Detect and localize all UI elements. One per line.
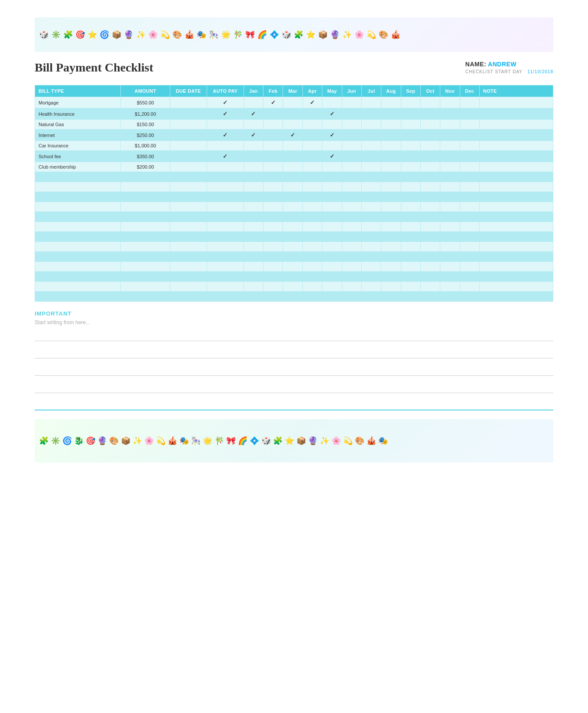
- banner-icon-23: ⭐: [306, 30, 315, 39]
- empty-cell: [302, 192, 322, 202]
- empty-cell: [460, 282, 479, 292]
- bottom-banner-icon-21: 🧩: [273, 436, 283, 446]
- bottom-banner-icon-26: 🌸: [331, 436, 341, 446]
- empty-cell: [170, 182, 207, 192]
- data-cell: [322, 120, 342, 130]
- empty-cell: [420, 282, 440, 292]
- bill-type-cell: Internet: [35, 130, 121, 141]
- empty-cell: [420, 262, 440, 272]
- note-cell: [479, 162, 553, 172]
- table-row-empty: [35, 232, 553, 242]
- empty-cell: [207, 252, 244, 262]
- bottom-banner-icon-8: 📦: [121, 436, 130, 446]
- empty-cell: [420, 272, 440, 282]
- note-cell: [479, 97, 553, 108]
- empty-cell: [420, 172, 440, 182]
- data-cell: [460, 141, 479, 151]
- col-header-aug: Aug: [381, 85, 401, 97]
- empty-cell: [170, 202, 207, 212]
- data-cell: [170, 151, 207, 162]
- data-cell: $250.00: [121, 130, 170, 141]
- bill-type-cell: Car Insurance: [35, 141, 121, 151]
- data-cell: [460, 151, 479, 162]
- empty-cell: [302, 222, 322, 232]
- data-cell: [381, 108, 401, 120]
- data-cell: ✓: [244, 130, 263, 141]
- empty-cell: [283, 262, 302, 272]
- empty-cell: [283, 292, 302, 302]
- table-row-empty: [35, 282, 553, 292]
- table-body: Mortgage$550.00✓✓✓Health Insurance$1,200…: [35, 97, 553, 302]
- table-row-empty: [35, 262, 553, 272]
- empty-cell: [420, 202, 440, 212]
- empty-cell: [440, 292, 460, 302]
- table-row: Health Insurance$1,200.00✓✓✓: [35, 108, 553, 120]
- empty-cell: [35, 252, 121, 262]
- name-label: NAME:: [465, 61, 486, 68]
- banner-icon-11: 💫: [160, 30, 170, 39]
- empty-cell: [121, 242, 170, 252]
- bill-type-cell: School fee: [35, 151, 121, 162]
- empty-cell: [170, 242, 207, 252]
- data-cell: [207, 141, 244, 151]
- empty-cell: [401, 202, 420, 212]
- empty-cell: [283, 182, 302, 192]
- empty-cell: [479, 242, 553, 252]
- empty-cell: [342, 212, 361, 222]
- empty-cell: [381, 242, 401, 252]
- data-cell: [302, 120, 322, 130]
- col-header-apr: Apr: [302, 85, 322, 97]
- banner-icon-21: 🎲: [282, 30, 291, 39]
- empty-cell: [35, 222, 121, 232]
- empty-cell: [381, 262, 401, 272]
- empty-cell: [460, 192, 479, 202]
- col-header-bill-type: BILL TYPE: [35, 85, 121, 97]
- table-row: School fee$350.00✓✓: [35, 151, 553, 162]
- empty-cell: [302, 272, 322, 282]
- check-mark: ✓: [271, 99, 276, 106]
- empty-cell: [207, 282, 244, 292]
- empty-cell: [361, 212, 381, 222]
- data-cell: [302, 141, 322, 151]
- empty-cell: [381, 202, 401, 212]
- header-section: Bill Payment Checklist NAME: ANDREW CHEC…: [35, 61, 553, 75]
- data-cell: [381, 120, 401, 130]
- empty-cell: [121, 192, 170, 202]
- empty-cell: [479, 172, 553, 182]
- important-label: IMPORTANT: [35, 310, 553, 317]
- banner-icon-5: ⭐: [88, 30, 97, 39]
- banner-icon-14: 🎭: [197, 30, 206, 39]
- data-cell: [361, 108, 381, 120]
- data-cell: [170, 130, 207, 141]
- empty-cell: [460, 252, 479, 262]
- empty-cell: [207, 192, 244, 202]
- notes-line-teal: [35, 400, 553, 410]
- empty-cell: [207, 292, 244, 302]
- col-header-dec: Dec: [460, 85, 479, 97]
- empty-cell: [361, 222, 381, 232]
- table-row-empty: [35, 192, 553, 202]
- empty-cell: [460, 292, 479, 302]
- empty-cell: [263, 232, 283, 242]
- empty-cell: [401, 242, 420, 252]
- header-right: NAME: ANDREW CHECKLIST START DAY 11/10/2…: [465, 61, 553, 74]
- empty-cell: [479, 202, 553, 212]
- data-cell: [263, 120, 283, 130]
- banner-icon-9: ✨: [136, 30, 146, 39]
- bill-type-cell: Mortgage: [35, 97, 121, 108]
- col-header-jul: Jul: [361, 85, 381, 97]
- data-cell: $1,200.00: [121, 108, 170, 120]
- data-cell: ✓: [207, 130, 244, 141]
- bottom-banner-icon-20: 🎲: [261, 436, 271, 446]
- col-header-due-date: DUE DATE: [170, 85, 207, 97]
- empty-cell: [361, 232, 381, 242]
- table-row: Mortgage$550.00✓✓✓: [35, 97, 553, 108]
- empty-cell: [35, 242, 121, 252]
- empty-cell: [207, 182, 244, 192]
- empty-cell: [420, 292, 440, 302]
- table-row-empty: [35, 212, 553, 222]
- empty-cell: [322, 202, 342, 212]
- empty-cell: [440, 212, 460, 222]
- data-cell: [440, 141, 460, 151]
- notes-line-4: [35, 383, 553, 393]
